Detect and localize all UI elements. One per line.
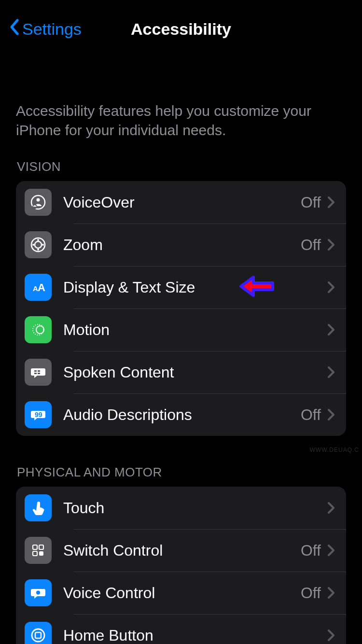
chevron-right-icon — [328, 545, 334, 556]
chevron-right-icon — [328, 281, 334, 293]
svg-rect-13 — [34, 370, 37, 372]
row-label: Spoken Content — [63, 364, 328, 381]
section-header-physical-motor: PHYSICAL AND MOTOR — [17, 465, 346, 480]
svg-point-1 — [37, 198, 40, 202]
watermark: WWW.DEUAQ.C — [310, 447, 359, 453]
svg-text:A: A — [38, 281, 45, 294]
row-label: Voice Control — [63, 584, 301, 602]
section-group-vision: VoiceOver Off Zoom Off AA Display & Text… — [16, 181, 346, 436]
svg-rect-20 — [33, 551, 37, 556]
svg-point-5 — [37, 239, 39, 241]
svg-point-6 — [37, 249, 39, 251]
row-display-text-size[interactable]: AA Display & Text Size — [16, 266, 346, 308]
svg-rect-19 — [39, 545, 43, 549]
motion-icon — [25, 316, 52, 343]
row-label: Motion — [63, 321, 328, 339]
svg-rect-15 — [34, 373, 37, 374]
row-label: Switch Control — [63, 542, 301, 560]
chevron-right-icon — [328, 239, 334, 251]
section-group-physical-motor: Touch Switch Control Off Voice Control O… — [16, 487, 346, 644]
row-zoom[interactable]: Zoom Off — [16, 224, 346, 266]
svg-rect-21 — [39, 551, 43, 556]
chevron-right-icon — [328, 324, 334, 336]
svg-text:99: 99 — [35, 411, 42, 419]
chevron-right-icon — [328, 366, 334, 378]
navigation-bar: Settings Accessibility — [0, 0, 362, 58]
svg-rect-25 — [35, 632, 41, 638]
row-status: Off — [301, 406, 321, 424]
row-status: Off — [301, 236, 321, 254]
svg-rect-14 — [38, 370, 40, 372]
svg-rect-16 — [38, 373, 40, 374]
row-label: Display & Text Size — [63, 279, 328, 296]
chevron-right-icon — [328, 196, 334, 208]
page-title: Accessibility — [131, 20, 231, 39]
text-size-icon: AA — [25, 274, 52, 301]
row-touch[interactable]: Touch — [16, 487, 346, 529]
chevron-left-icon — [10, 19, 19, 39]
svg-point-12 — [36, 326, 44, 334]
chevron-right-icon — [328, 409, 334, 420]
row-audio-descriptions[interactable]: 99 Audio Descriptions Off — [16, 393, 346, 436]
chevron-right-icon — [328, 502, 334, 514]
zoom-icon — [25, 231, 52, 258]
home-button-icon — [25, 622, 52, 644]
section-header-vision: VISION — [17, 159, 346, 174]
audio-descriptions-icon: 99 — [25, 401, 52, 428]
row-motion[interactable]: Motion — [16, 308, 346, 351]
touch-icon — [25, 494, 52, 521]
row-voiceover[interactable]: VoiceOver Off — [16, 181, 346, 224]
svg-point-8 — [42, 244, 44, 246]
row-label: Touch — [63, 499, 328, 517]
row-voice-control[interactable]: Voice Control Off — [16, 572, 346, 614]
chevron-right-icon — [328, 587, 334, 599]
row-status: Off — [301, 542, 321, 560]
row-label: Zoom — [63, 236, 301, 254]
row-status: Off — [301, 584, 321, 602]
svg-point-4 — [35, 241, 42, 248]
svg-point-7 — [32, 244, 34, 246]
row-label: Home Button — [63, 627, 328, 644]
svg-rect-18 — [33, 545, 37, 549]
row-spoken-content[interactable]: Spoken Content — [16, 351, 346, 393]
row-label: Audio Descriptions — [63, 406, 301, 424]
row-home-button[interactable]: Home Button — [16, 614, 346, 644]
row-label: VoiceOver — [63, 194, 301, 211]
svg-point-2 — [32, 204, 37, 209]
row-status: Off — [301, 194, 321, 211]
spoken-content-icon — [25, 359, 52, 386]
row-switch-control[interactable]: Switch Control Off — [16, 529, 346, 572]
switch-control-icon — [25, 537, 52, 564]
chevron-right-icon — [328, 630, 334, 641]
back-button[interactable]: Settings — [10, 0, 82, 58]
voiceover-icon — [25, 189, 52, 216]
voice-control-icon — [25, 579, 52, 606]
back-label: Settings — [22, 20, 82, 39]
svg-point-24 — [32, 629, 44, 642]
page-description: Accessibility features help you customiz… — [16, 101, 346, 140]
